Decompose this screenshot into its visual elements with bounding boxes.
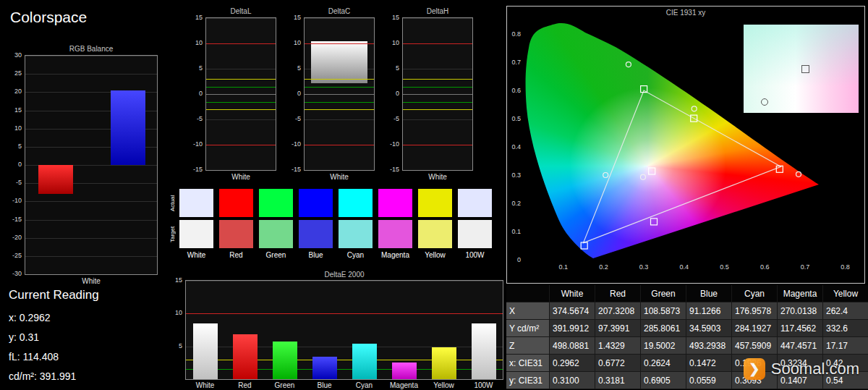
ref-line — [403, 87, 472, 88]
current-reading: Current Reading x: 0.2962y: 0.31fL: 114.… — [9, 288, 99, 386]
column-header-green: Green — [641, 285, 686, 302]
deltae-bar-blue — [312, 357, 337, 379]
table-cell: 447.4571 — [778, 337, 823, 355]
delta-yaxis: 151050-5-10-15 — [386, 17, 402, 171]
column-header-white: White — [550, 285, 595, 302]
column-header-blue: Blue — [686, 285, 732, 302]
delta-plot-area — [304, 17, 375, 171]
deltae-ytick-label: 15 — [175, 276, 182, 284]
delta-ytick-label: 10 — [392, 39, 399, 46]
cie-ytick-label: 0.1 — [508, 228, 521, 235]
delta-ytick-label: -5 — [295, 115, 301, 122]
swatch-target-100w — [458, 220, 492, 248]
row-label: y: CIE31 — [506, 372, 550, 389]
swatch-actual-100w — [458, 189, 492, 217]
chart-delta_c: DeltaC151050-5-10-15White — [288, 7, 378, 181]
rgb-ytick-label: 15 — [14, 106, 22, 114]
chart-title: DeltaC — [304, 7, 375, 17]
cie-ytick-label: 0.2 — [508, 200, 521, 207]
swatch-actual-cyan — [339, 189, 373, 217]
deltae-gridline — [186, 281, 503, 281]
ref-line — [305, 102, 374, 103]
color-swatch-panel: ActualTargetWhiteRedGreenBlueCyanMagenta… — [169, 189, 503, 259]
table-row: Y cd/m²391.991297.3991285.806134.5903284… — [506, 320, 868, 337]
delta-gridline — [305, 18, 374, 19]
chart-xlabel: White — [402, 173, 473, 181]
inset-square-marker — [801, 65, 809, 73]
swatch-row-label: Target — [169, 220, 179, 248]
cie-ytick-label: 0.4 — [508, 143, 521, 151]
table-cell: 17.17 — [823, 337, 868, 355]
chart-title: DeltaH — [402, 7, 473, 17]
table-row: Z498.08811.432919.5002493.2938457.590944… — [506, 337, 868, 355]
delta-ytick-label: 15 — [195, 14, 203, 21]
deltae-2000-body: 15105 — [169, 280, 506, 380]
rgb-ytick-label: 25 — [14, 69, 22, 77]
rgb-balance-chart: RGB Balance 302520151050-5-10-15-20-25-3… — [6, 45, 162, 285]
delta-plot-area — [402, 17, 473, 171]
chart-xlabel: White — [304, 173, 375, 181]
ref-line — [305, 87, 374, 88]
column-header-yellow: Yellow — [823, 285, 868, 302]
ref-line — [403, 109, 472, 110]
cie-white-zoom-inset — [744, 25, 859, 113]
cie-ytick-label: 0.7 — [508, 59, 521, 66]
delta-bar — [311, 41, 367, 82]
reading-value: x: 0.2962 — [9, 308, 99, 328]
column-header-cyan: Cyan — [732, 285, 778, 302]
ref-line — [403, 94, 472, 95]
table-cell: 498.0881 — [550, 337, 595, 355]
table-cell: 19.5002 — [641, 337, 686, 355]
delta-yaxis: 151050-5-10-15 — [190, 17, 205, 171]
reading-value: fL: 114.408 — [9, 347, 99, 367]
reference-circle-marker — [641, 174, 646, 179]
table-cell: 0.2624 — [641, 355, 686, 372]
reference-circle-marker — [603, 173, 608, 178]
table-cell: 391.9912 — [550, 320, 595, 337]
swatch-col-label: Blue — [299, 251, 333, 259]
cie-ytick-label: 0.6 — [508, 87, 521, 94]
delta-yaxis: 151050-5-10-15 — [288, 17, 304, 171]
rgb-ytick-label: 0 — [18, 161, 22, 168]
rgb-ytick-label: -30 — [12, 270, 22, 277]
current-reading-title: Current Reading — [9, 288, 99, 302]
delta-ytick-label: -5 — [393, 115, 399, 122]
table-row: X374.5674207.3208108.587391.1266176.9578… — [506, 302, 868, 320]
swatch-col-label: Red — [219, 251, 253, 259]
deltae-category-label: Green — [265, 381, 305, 389]
reading-value: y: 0.31 — [9, 328, 99, 347]
delta-gridline — [206, 170, 276, 171]
measurement-square-marker — [649, 168, 655, 174]
rgb-balance-plot-area — [25, 55, 158, 275]
delta-ytick-label: -15 — [292, 166, 301, 173]
ref-line — [403, 43, 472, 44]
swatch-actual-blue — [299, 189, 333, 217]
delta-charts-row: DeltaL151050-5-10-15WhiteDeltaC151050-5-… — [190, 7, 476, 181]
cie-xtick-label: 0.3 — [637, 263, 651, 271]
rgb-gridline — [25, 56, 157, 56]
cie-1931-title: CIE 1931 xy — [507, 9, 864, 17]
deltae-bar-red — [233, 334, 258, 379]
table-cell: 176.9578 — [732, 302, 778, 320]
ref-line — [206, 94, 276, 95]
table-cell: 0.3100 — [550, 372, 595, 389]
swatch-target-cyan — [339, 220, 373, 248]
deltae-category-label: White — [185, 381, 225, 389]
table-cell: 493.2938 — [686, 337, 732, 355]
rgb-balance-yaxis: 302520151050-5-10-15-20-25-30 — [6, 55, 25, 275]
deltae-bar-yellow — [432, 347, 456, 379]
measurement-square-marker — [651, 219, 658, 225]
watermark-text: Soomal.com — [771, 360, 859, 378]
gamut-triangle — [584, 90, 781, 243]
delta-gridline — [206, 18, 276, 19]
delta-plot-area — [205, 17, 276, 171]
swatch-actual-red — [219, 189, 253, 217]
ref-line — [206, 87, 276, 88]
ref-line — [305, 94, 374, 95]
table-cell: 108.5873 — [641, 302, 686, 320]
table-cell: 117.4562 — [778, 320, 823, 337]
delta-ytick-label: 15 — [392, 14, 399, 21]
ref-line — [206, 145, 276, 145]
rgb-gridline — [25, 220, 157, 221]
swatch-row-actual: Actual — [169, 189, 503, 217]
